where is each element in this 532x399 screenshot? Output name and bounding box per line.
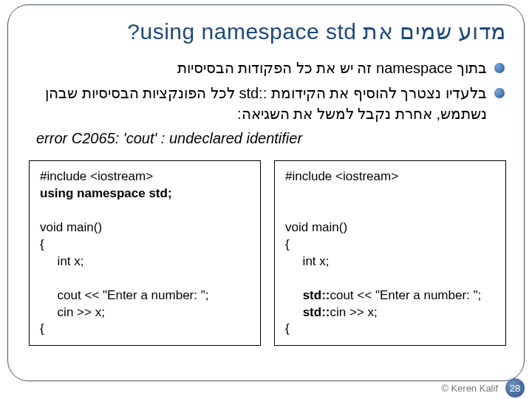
code-row: #include <iostream> using namespace std;… [26, 160, 506, 346]
code-line: cout << "Enter a number: "; [40, 288, 208, 302]
code-line: int x; [40, 254, 84, 268]
code-box-left: #include <iostream> using namespace std;… [29, 160, 261, 346]
code-line: int x; [285, 254, 330, 268]
code-line: cout << "Enter a number: "; [330, 288, 481, 302]
code-line: void main() [40, 220, 102, 234]
code-line: { [40, 321, 44, 335]
slide-frame: מדוע שמים את using namespace std? בתוך n… [7, 4, 525, 381]
bullet-item: בתוך namespace זה יש את כל הפקודות הבסיס… [26, 58, 506, 78]
code-line-bold: using namespace std; [40, 186, 172, 200]
code-line: cin >> x; [40, 305, 105, 319]
slide-title: מדוע שמים את using namespace std? [26, 18, 506, 44]
page-number-badge: 28 [505, 378, 525, 398]
code-line: void main() [285, 220, 347, 234]
code-line: { [285, 237, 290, 251]
code-bold: std:: [303, 305, 330, 319]
code-bold: std:: [303, 288, 330, 302]
footer: © Keren Kalif 28 [441, 378, 525, 398]
bullet-item: בלעדיו נצטרך להוסיף את הקידומת ::std לכל… [26, 83, 506, 124]
code-line: #include <iostream> [40, 169, 153, 183]
code-line [285, 305, 303, 319]
page-number: 28 [510, 383, 520, 394]
code-line: { [285, 321, 290, 335]
code-box-right: #include <iostream> void main() { int x;… [274, 160, 506, 346]
code-line: { [40, 237, 44, 251]
code-line: cin >> x; [330, 305, 377, 319]
bullet-list: בתוך namespace זה יש את כל הפקודות הבסיס… [26, 58, 506, 124]
copyright-text: © Keren Kalif [441, 383, 498, 394]
error-message: error C2065: 'cout' : undeclared identif… [30, 130, 506, 147]
code-line: #include <iostream> [285, 169, 398, 183]
code-line [285, 288, 303, 302]
